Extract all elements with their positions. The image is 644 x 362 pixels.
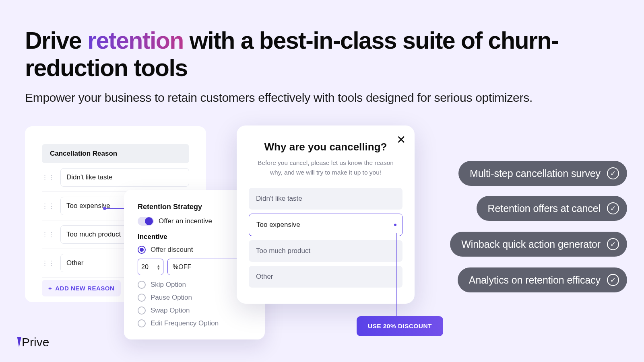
discount-amount-value: 20	[141, 263, 149, 271]
cancel-survey-modal: ✕ Why are you cancelling? Before you can…	[237, 125, 415, 304]
feature-pill-winback: Winback quick action generator ✓	[450, 232, 627, 257]
connector-line	[396, 233, 397, 317]
check-circle-icon: ✓	[607, 238, 619, 250]
discount-input-row: 20 ▴▾ %OFF ⌄	[138, 259, 251, 275]
pill-label: Analytics on retention efficacy	[469, 274, 601, 286]
radio-label: Edit Frequency Option	[151, 319, 219, 327]
modal-title: Why are you cancelling?	[249, 141, 402, 153]
logo-text: Prive	[22, 335, 49, 349]
offer-incentive-row: Offer an incentive	[138, 217, 251, 226]
radio-icon	[138, 319, 146, 327]
incentive-option-pause[interactable]: Pause Option	[138, 294, 251, 302]
reason-row: ⋮⋮ Didn't like taste	[42, 163, 189, 192]
page-subtitle: Empower your business to retain customer…	[25, 91, 533, 105]
add-reason-label: ADD NEW REASON	[55, 285, 114, 292]
plus-icon: +	[48, 285, 52, 292]
incentive-option-frequency[interactable]: Edit Frequency Option	[138, 319, 251, 327]
radio-icon	[138, 294, 146, 302]
reason-input[interactable]: Didn't like taste	[60, 168, 189, 187]
heading-accent: retention	[87, 27, 184, 54]
reason-input[interactable]: Too expensive	[60, 197, 133, 215]
feature-pill-analytics: Analytics on retention efficacy ✓	[458, 267, 627, 292]
pill-label: Retention offers at cancel	[488, 203, 601, 214]
feature-pill-offers: Retention offers at cancel ✓	[477, 196, 627, 221]
radio-label: Offer discount	[151, 246, 193, 254]
radio-icon	[138, 246, 146, 254]
radio-label: Pause Option	[151, 294, 192, 302]
add-reason-button[interactable]: + ADD NEW REASON	[42, 280, 121, 296]
incentive-option-swap[interactable]: Swap Option	[138, 306, 251, 315]
discount-amount-input[interactable]: 20 ▴▾	[138, 259, 163, 275]
discount-unit-value: %OFF	[173, 263, 191, 271]
drag-handle-icon[interactable]: ⋮⋮	[42, 177, 55, 178]
reason-input[interactable]: Other	[60, 254, 133, 272]
radio-label: Skip Option	[151, 281, 186, 289]
check-circle-icon: ✓	[607, 274, 619, 286]
cancel-option[interactable]: Too much product	[249, 240, 402, 262]
stepper-arrows-icon[interactable]: ▴▾	[157, 264, 160, 270]
incentive-section-label: Incentive	[138, 233, 251, 241]
cancel-option[interactable]: Didn't like taste	[249, 188, 402, 210]
prive-logo: Prive	[16, 335, 49, 349]
use-discount-button[interactable]: USE 20% DISCOUNT	[357, 316, 443, 336]
retention-strategy-title: Retention Strategy	[138, 203, 251, 211]
check-circle-icon: ✓	[607, 167, 619, 179]
offer-incentive-toggle[interactable]	[138, 217, 154, 226]
radio-icon	[138, 281, 146, 289]
cancel-option[interactable]: Other	[249, 266, 402, 288]
offer-incentive-label: Offer an incentive	[159, 217, 212, 225]
reason-input[interactable]: Too much product	[60, 225, 133, 244]
incentive-option-discount[interactable]: Offer discount	[138, 246, 251, 254]
drag-handle-icon[interactable]: ⋮⋮	[42, 205, 55, 207]
cancel-option-selected[interactable]: Too expensive	[249, 214, 402, 236]
modal-subtitle: Before you cancel, please let us know th…	[249, 158, 402, 177]
incentive-option-skip[interactable]: Skip Option	[138, 281, 251, 289]
radio-label: Swap Option	[151, 306, 190, 315]
logo-mark-icon	[15, 337, 21, 348]
pill-label: Multi-step cancellation survey	[470, 168, 601, 179]
pill-label: Winback quick action generator	[461, 239, 601, 250]
feature-pill-survey: Multi-step cancellation survey ✓	[458, 161, 627, 186]
radio-icon	[138, 306, 146, 315]
page-title: Drive retention with a best-in-class sui…	[25, 27, 617, 82]
drag-handle-icon[interactable]: ⋮⋮	[42, 262, 55, 264]
check-circle-icon: ✓	[607, 202, 619, 214]
close-icon[interactable]: ✕	[396, 134, 406, 146]
drag-handle-icon[interactable]: ⋮⋮	[42, 234, 55, 235]
heading-before: Drive	[25, 27, 87, 54]
cancellation-reason-header: Cancellation Reason	[42, 144, 189, 163]
